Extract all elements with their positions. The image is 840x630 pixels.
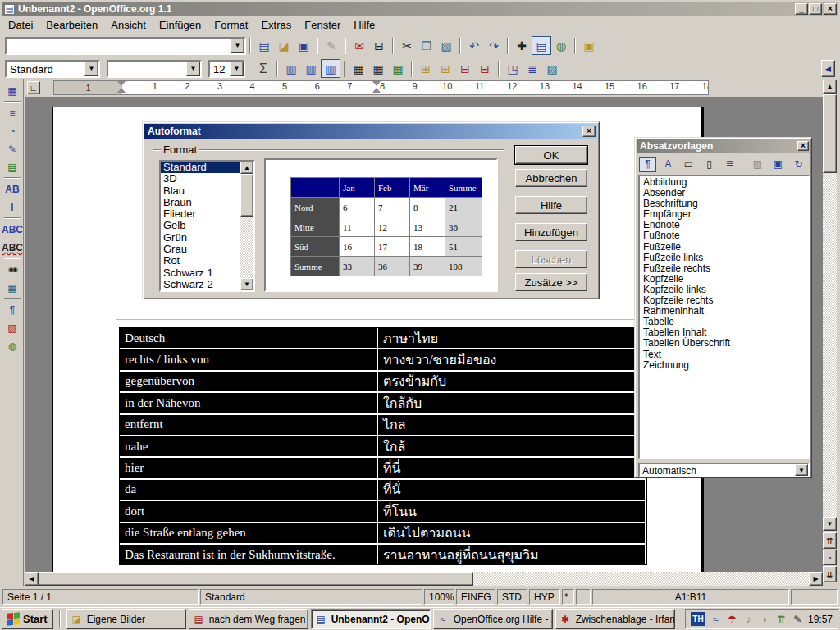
format-item[interactable]: Standard [161,162,240,173]
add-button[interactable]: Hinzufügen [515,223,587,241]
table-cell-german[interactable]: entfernt [120,415,377,435]
next-page-icon[interactable]: ⇊ [823,566,837,582]
stylist-close-icon[interactable]: × [797,141,809,151]
window-titlebar[interactable]: ▤ Unbenannt2 - OpenOffice.org 1.1 _ □ × [2,2,838,16]
table-cell-german[interactable]: Das Restaurant ist in der Sukhumvitstraß… [120,545,377,564]
vscroll-thumb[interactable] [823,94,837,173]
new-style-icon[interactable]: ▣ [769,157,787,172]
pen-tablet-icon[interactable]: ✎ [792,614,804,625]
cut-icon[interactable]: ✂ [397,36,417,55]
draw-functions-icon[interactable]: ✎ [4,141,21,157]
background-color-icon[interactable]: ▨ [542,59,562,78]
table-cell-german[interactable]: hier [120,458,377,477]
paste-icon[interactable]: ▧ [436,36,456,55]
table-cell-thai[interactable]: ตรงข้ามกับ [378,372,645,391]
scroll-down-icon[interactable]: ▼ [823,517,837,531]
table-cell-thai[interactable]: ที่นี่ [378,458,645,477]
style-list[interactable]: AbbildungAbsenderBeschriftungEmpfängerEn… [638,175,810,459]
ok-button[interactable]: OK [515,146,587,164]
table-cell-thai[interactable]: ที่นั่ [378,480,645,500]
insert-object-icon[interactable]: ◔ [4,123,21,139]
style-item[interactable]: Fußzeile links [641,253,807,263]
table-cell-thai[interactable]: รานอาหานอยู่ที่ถนนสุขุมวิม [378,545,645,564]
paragraph-styles-icon[interactable]: ¶ [639,157,656,172]
table-cell-german[interactable]: Deutsch [120,328,377,348]
open-icon[interactable]: ◪ [274,36,294,55]
close-button[interactable]: × [824,3,837,15]
format-item[interactable]: Schwarz 2 [161,279,240,290]
spellcheck-icon[interactable]: ABC [4,221,21,237]
insert-table-icon[interactable]: ▦ [4,83,21,98]
format-item[interactable]: Rot [161,255,240,267]
table-cell-german[interactable]: nahe [120,436,377,456]
task-weg-fragen[interactable]: ▤ nach dem Weg fragen ... [189,609,308,629]
horizontal-scrollbar[interactable]: ◀ ▶ [25,572,823,586]
gallery-icon[interactable]: ▣ [579,36,599,55]
direct-cursor-icon[interactable]: I [4,199,21,215]
format-item[interactable]: Gelb [161,220,240,231]
minimize-button[interactable]: _ [795,3,808,15]
quickstarter-icon[interactable]: ≈ [710,614,722,625]
hscroll-thumb[interactable] [39,572,473,586]
vertical-scrollbar[interactable]: ▲ ▼ ⇈ ● ⇊ [823,79,837,586]
help-button[interactable]: Hilfe [515,196,587,214]
list-styles-icon[interactable]: ≣ [721,157,738,172]
font-dropdown-icon[interactable]: ▼ [186,62,200,76]
nonprinting-characters-icon[interactable]: ¶ [4,302,21,317]
hyperlink-icon[interactable]: ◍ [551,36,571,55]
style-item[interactable]: Fußzeile rechts [641,263,807,274]
insert-row-icon[interactable]: ⊞ [416,59,436,78]
stylist-icon[interactable]: ▤ [532,36,551,55]
table-cell-thai[interactable]: ไกล [378,415,645,435]
more-button[interactable]: Zusätze >> [515,273,587,291]
size-dropdown-icon[interactable]: ▼ [230,62,244,76]
table-cell-german[interactable]: da [120,480,377,500]
frame-styles-icon[interactable]: ▭ [680,157,697,172]
mouse-icon[interactable]: ◗ [759,614,771,625]
menu-item[interactable]: Ansicht [104,17,153,33]
menu-item[interactable]: Format [208,17,254,33]
task-eigene-bilder[interactable]: ◪ Eigene Bilder [66,609,186,629]
indent-marker-left[interactable] [117,81,126,93]
table-cell-thai[interactable]: ทางขวา/ซายมือของ [378,349,645,369]
copy-icon[interactable]: ❐ [417,36,436,55]
scroll-left-icon[interactable]: ◀ [25,572,39,586]
table-cell-german[interactable]: rechts / links von [120,349,377,369]
style-item[interactable]: Fußzeile [641,242,807,253]
form-functions-icon[interactable]: ▤ [4,159,21,175]
format-item[interactable]: 3D [161,173,240,185]
table-cell-german[interactable]: dort [120,501,377,521]
redo-icon[interactable]: ↷ [484,36,504,55]
update-icon[interactable]: ⇈ [775,614,788,625]
menu-item[interactable]: Hilfe [347,17,381,33]
fill-format-icon[interactable]: ▨ [749,157,766,172]
format-item[interactable]: Blau [161,185,240,197]
mail-icon[interactable]: ✉ [349,36,369,55]
style-item[interactable]: Tabellen Überschrift [641,338,807,349]
style-item[interactable]: Text [641,349,807,360]
find-replace-icon[interactable]: ◉◉ [4,262,21,277]
list-scroll-down-icon[interactable]: ▼ [240,278,253,290]
delete-column-icon[interactable]: ⊟ [475,59,495,78]
graphics-toggle-icon[interactable]: ▧ [4,320,21,336]
page-styles-icon[interactable]: ▯ [701,157,718,172]
style-item[interactable]: Fußnote [641,231,807,241]
delete-row-icon[interactable]: ⊟ [455,59,475,78]
format-list-scrollbar[interactable]: ▲ ▼ [240,162,253,290]
style-filter-value[interactable]: Automatisch [640,464,795,476]
save-icon[interactable]: ▣ [294,36,313,55]
menu-item[interactable]: Bearbeiten [39,17,104,33]
table-fixed-icon[interactable]: ▦ [349,59,368,78]
merge-cells-icon[interactable]: ▥ [281,59,301,78]
new-document-icon[interactable]: ▤ [254,36,274,55]
menu-item[interactable]: Extras [254,17,298,33]
url-dropdown-icon[interactable]: ▼ [231,39,244,53]
table-cell-thai[interactable]: ที่โนน [378,501,645,521]
undo-icon[interactable]: ↶ [464,36,484,55]
borders-icon[interactable]: ◳ [503,59,523,78]
zoom-indicator[interactable]: 100% [424,589,454,605]
table-cell-german[interactable]: gegenübervon [120,372,377,391]
autotext-icon[interactable]: AB [4,181,21,197]
table-cell-german[interactable]: die Straße entlang gehen [120,523,377,543]
autospellcheck-icon[interactable]: ABC [4,240,21,255]
